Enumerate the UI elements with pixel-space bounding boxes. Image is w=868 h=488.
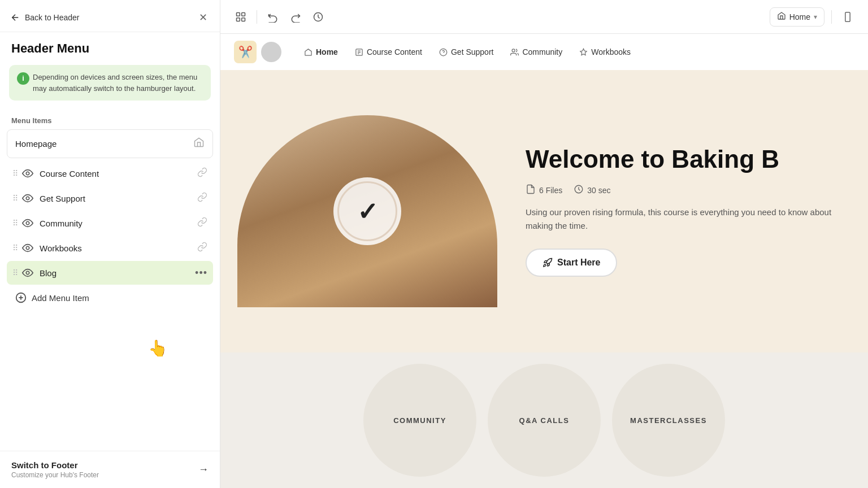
logo-scissors: ✂️ bbox=[234, 41, 257, 63]
switch-to-footer-section[interactable]: Switch to Footer Customize your Hub's Fo… bbox=[0, 451, 220, 488]
files-meta: 6 Files bbox=[526, 184, 562, 197]
nav-link-course-content[interactable]: Course Content bbox=[355, 47, 422, 56]
svg-rect-9 bbox=[242, 12, 245, 16]
drag-handle-blog[interactable]: ⠿ bbox=[12, 268, 18, 277]
add-menu-item-button[interactable]: Add Menu Item bbox=[7, 286, 213, 310]
svg-point-1 bbox=[26, 197, 29, 200]
nav-link-home[interactable]: Home bbox=[304, 47, 338, 56]
files-icon bbox=[526, 184, 536, 197]
duration-meta: 30 sec bbox=[574, 184, 610, 197]
panel-title: Header Menu bbox=[0, 32, 220, 60]
back-arrow-icon bbox=[10, 12, 20, 23]
link-icon-community bbox=[197, 217, 207, 229]
menu-items-section-label: Menu Items bbox=[0, 107, 220, 129]
mobile-view-button[interactable] bbox=[839, 8, 857, 26]
eye-icon-get-support bbox=[21, 192, 34, 204]
info-box: i Depending on devices and screen sizes,… bbox=[9, 65, 211, 101]
clock-icon bbox=[574, 184, 584, 197]
close-button[interactable]: ✕ bbox=[197, 10, 210, 25]
svg-point-4 bbox=[26, 271, 29, 274]
home-selector-icon bbox=[777, 11, 786, 23]
right-panel: Home ▾ ✂️ Home bbox=[220, 0, 868, 488]
history-button[interactable] bbox=[309, 8, 327, 26]
svg-rect-8 bbox=[237, 12, 240, 16]
feature-masterclasses-label: MASTERCLASSES bbox=[630, 416, 707, 425]
menu-item-course-content[interactable]: ⠿ Course Content bbox=[7, 162, 213, 185]
svg-point-2 bbox=[26, 221, 29, 225]
svg-rect-11 bbox=[242, 18, 245, 21]
feature-circle-masterclasses: MASTERCLASSES bbox=[612, 364, 725, 477]
feature-community-label: COMMUNITY bbox=[393, 416, 446, 425]
rocket-icon bbox=[542, 258, 553, 268]
duration-value: 30 sec bbox=[587, 186, 610, 195]
hero-image-area: ✓ bbox=[220, 70, 514, 352]
left-panel: Back to Header ✕ Header Menu i Depending… bbox=[0, 0, 220, 488]
add-menu-item-label: Add Menu Item bbox=[32, 293, 89, 303]
drag-handle-get-support[interactable]: ⠿ bbox=[12, 194, 18, 203]
plus-circle-icon bbox=[15, 291, 27, 304]
nav-link-workbooks[interactable]: Workbooks bbox=[579, 47, 631, 56]
website-preview: ✂️ Home Course Content bbox=[220, 34, 868, 488]
back-btn-label: Back to Header bbox=[25, 13, 80, 22]
drag-handle-workbooks[interactable]: ⠿ bbox=[12, 243, 18, 252]
nav-link-community[interactable]: Community bbox=[510, 47, 562, 56]
info-icon: i bbox=[17, 72, 29, 85]
workbooks-label: Workbooks bbox=[40, 243, 197, 253]
menu-item-workbooks[interactable]: ⠿ Workbooks bbox=[7, 236, 213, 260]
link-icon-get-support bbox=[197, 192, 207, 204]
toolbar: Home ▾ bbox=[220, 0, 868, 34]
svg-point-0 bbox=[26, 172, 29, 175]
menu-item-blog[interactable]: ⠿ Blog ••• bbox=[7, 261, 213, 285]
toolbar-separator-1 bbox=[257, 10, 257, 24]
bottom-section: COMMUNITY Q&A CALLS MASTERCLASSES bbox=[220, 352, 868, 488]
site-logo-area: ✂️ bbox=[234, 41, 281, 63]
blog-label: Blog bbox=[40, 268, 195, 278]
undo-button[interactable] bbox=[264, 8, 282, 26]
info-text: Depending on devices and screen sizes, t… bbox=[33, 73, 197, 93]
grid-view-button[interactable] bbox=[232, 8, 250, 26]
site-nav-links: Home Course Content Get Support bbox=[304, 47, 854, 56]
feature-circle-community: COMMUNITY bbox=[363, 364, 476, 477]
arrow-right-icon: → bbox=[198, 464, 209, 476]
menu-item-homepage[interactable]: Homepage bbox=[7, 129, 213, 158]
hero-section: ✓ Welcome to Baking B 6 Files bbox=[220, 70, 868, 352]
files-count: 6 Files bbox=[539, 186, 562, 195]
panel-header: Back to Header ✕ bbox=[0, 0, 220, 32]
svg-point-17 bbox=[513, 49, 515, 51]
drag-handle-course-content[interactable]: ⠿ bbox=[12, 169, 18, 178]
hero-meta: 6 Files 30 sec bbox=[526, 184, 845, 197]
hero-content: Welcome to Baking B 6 Files bbox=[514, 70, 868, 352]
eye-icon-blog bbox=[21, 267, 34, 279]
start-here-button[interactable]: Start Here bbox=[526, 249, 617, 277]
course-content-label: Course Content bbox=[40, 169, 197, 178]
svg-rect-13 bbox=[845, 12, 850, 21]
link-icon-course-content bbox=[197, 167, 207, 180]
start-here-label: Start Here bbox=[557, 258, 600, 268]
menu-item-get-support[interactable]: ⠿ Get Support bbox=[7, 186, 213, 210]
svg-point-3 bbox=[26, 246, 29, 250]
svg-rect-10 bbox=[237, 18, 240, 21]
switch-footer-title: Switch to Footer bbox=[11, 460, 99, 470]
checkmark-icon: ✓ bbox=[357, 197, 378, 226]
logo-circle bbox=[261, 42, 281, 62]
redo-button[interactable] bbox=[287, 8, 305, 26]
nav-link-get-support[interactable]: Get Support bbox=[439, 47, 494, 56]
more-options-icon[interactable]: ••• bbox=[195, 267, 207, 279]
back-to-header-button[interactable]: Back to Header bbox=[10, 12, 80, 23]
get-support-label: Get Support bbox=[40, 194, 197, 203]
home-selector[interactable]: Home ▾ bbox=[770, 7, 824, 27]
bread-image: ✓ bbox=[237, 115, 497, 307]
feature-circle-qa-calls: Q&A CALLS bbox=[488, 364, 601, 477]
drag-handle-community[interactable]: ⠿ bbox=[12, 219, 18, 228]
eye-icon-course-content bbox=[21, 167, 34, 180]
chevron-down-icon: ▾ bbox=[814, 13, 817, 21]
eye-icon-community bbox=[21, 217, 34, 229]
homepage-label: Homepage bbox=[15, 139, 193, 149]
home-icon bbox=[193, 137, 205, 151]
menu-items-list: Homepage ⠿ Course Content bbox=[0, 129, 220, 451]
switch-footer-subtitle: Customize your Hub's Footer bbox=[11, 471, 99, 479]
hero-title: Welcome to Baking B bbox=[526, 146, 845, 173]
menu-item-community[interactable]: ⠿ Community bbox=[7, 211, 213, 235]
site-nav: ✂️ Home Course Content bbox=[220, 34, 868, 70]
link-icon-workbooks bbox=[197, 242, 207, 254]
